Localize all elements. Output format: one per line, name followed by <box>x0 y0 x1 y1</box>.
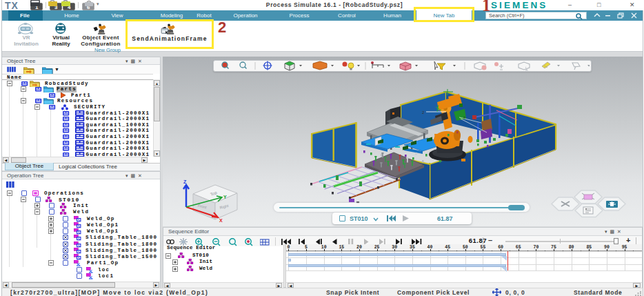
svg-text:Y: Y <box>223 195 227 199</box>
svg-text:Z: Z <box>183 179 187 184</box>
svg-text:X: X <box>219 218 223 223</box>
svg-text:z: z <box>463 115 465 119</box>
